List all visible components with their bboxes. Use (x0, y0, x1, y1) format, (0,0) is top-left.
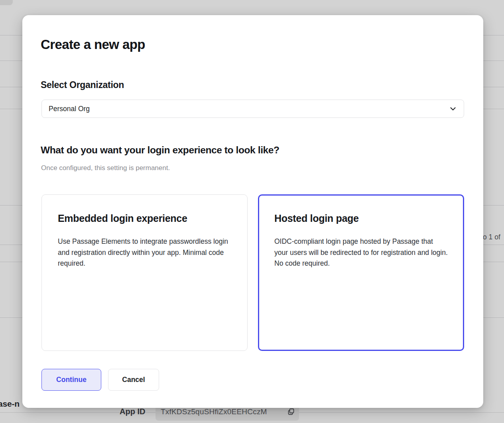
modal-title: Create a new app (41, 37, 145, 53)
option-title: Hosted login page (274, 212, 448, 224)
chevron-down-icon (449, 105, 457, 113)
option-card-hosted-login[interactable]: Hosted login page OIDC-compliant login p… (258, 194, 464, 351)
create-app-modal: Create a new app Select Organization Per… (22, 15, 483, 408)
option-title: Embedded login experience (58, 212, 231, 224)
organization-select[interactable]: Personal Org (41, 100, 464, 118)
modal-actions: Continue Cancel (41, 369, 159, 391)
option-description: Use Passage Elements to integrate passwo… (58, 236, 231, 269)
continue-button[interactable]: Continue (41, 369, 101, 391)
organization-select-value: Personal Org (49, 105, 449, 113)
option-description: OIDC-compliant login page hosted by Pass… (274, 236, 448, 269)
select-organization-label: Select Organization (41, 79, 124, 90)
option-card-embedded-login[interactable]: Embedded login experience Use Passage El… (41, 194, 248, 351)
login-experience-heading: What do you want your login experience t… (41, 144, 280, 156)
cancel-button[interactable]: Cancel (108, 369, 159, 391)
login-experience-note: Once configured, this setting is permane… (41, 164, 170, 172)
login-experience-options: Embedded login experience Use Passage El… (41, 194, 464, 351)
